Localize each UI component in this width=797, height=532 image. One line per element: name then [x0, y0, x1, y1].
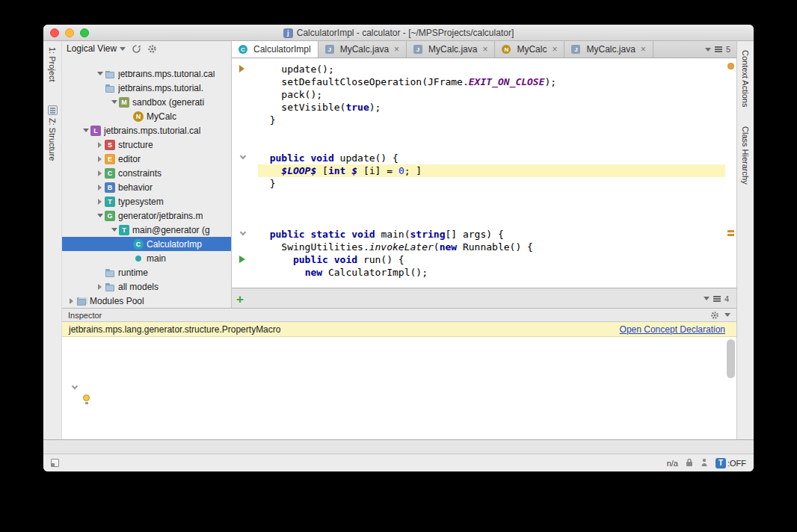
lock-icon[interactable]	[686, 458, 693, 468]
hector-icon[interactable]	[701, 458, 708, 468]
editor-scrollbar[interactable]	[725, 58, 736, 288]
inspector-editor[interactable]	[62, 337, 725, 439]
tool-stripe-button-class-hierarchy[interactable]: Class Hierarchy	[737, 126, 754, 185]
tree-item[interactable]: Msandbox (generati	[62, 95, 231, 109]
inspection-indicator-icon[interactable]	[727, 63, 734, 69]
collapse-arrow-icon[interactable]	[109, 225, 119, 235]
view-selector[interactable]: Logical View	[67, 43, 126, 54]
stripe-mark-icon[interactable]	[727, 230, 734, 232]
tool-stripe-button-project[interactable]: 1: Project	[43, 47, 61, 81]
title-bar[interactable]: j CalculatorImpl - calculator - [~/MPSPr…	[43, 25, 754, 41]
close-tab-icon[interactable]: ×	[482, 44, 487, 55]
editor-tab-bar: CCalculatorImplJMyCalc.java×JMyCalc.java…	[232, 41, 736, 58]
close-window-button[interactable]	[50, 28, 59, 37]
code-line[interactable]	[258, 215, 725, 228]
editor-tab[interactable]: JMyCalc.java×	[564, 41, 653, 58]
java-icon: J	[325, 45, 334, 54]
editor-tab[interactable]: CCalculatorImpl	[232, 41, 319, 58]
hide-panel-icon[interactable]	[724, 313, 730, 320]
code-line[interactable]: public void run() {	[258, 253, 725, 266]
tree-item[interactable]: main	[62, 251, 231, 265]
tree-item[interactable]: Ggenerator/jetbrains.m	[62, 208, 231, 223]
code-editor[interactable]: update(); setDefaultCloseOperation(JFram…	[232, 58, 736, 288]
tree-item[interactable]: jetbrains.mps.tutorial.	[62, 81, 231, 95]
code-line[interactable]: pack();	[258, 88, 725, 101]
sync-icon[interactable]	[132, 44, 141, 54]
code-line[interactable]	[258, 202, 725, 215]
editor-tab[interactable]: NMyCalc×	[495, 41, 564, 58]
expand-arrow-icon[interactable]	[95, 284, 105, 290]
add-tab-button[interactable]: +	[236, 293, 244, 306]
inspector-scrollbar[interactable]	[725, 337, 736, 439]
code-line[interactable]: setVisible(true);	[258, 101, 725, 114]
chevron-down-icon[interactable]	[705, 48, 711, 55]
code-line[interactable]	[258, 126, 725, 139]
close-tab-icon[interactable]: ×	[552, 44, 557, 55]
expand-arrow-icon[interactable]	[95, 142, 105, 148]
collapse-arrow-icon[interactable]	[81, 126, 90, 135]
tree-item[interactable]: Ttypesystem	[62, 194, 231, 208]
code-line[interactable]: $LOOP$ [int $ [i] = 0; ]	[258, 164, 725, 177]
tree-item[interactable]: CCalculatorImp	[62, 237, 231, 251]
code-line[interactable]	[258, 190, 725, 202]
chevron-down-icon[interactable]	[704, 297, 710, 303]
code-line[interactable]: setDefaultCloseOperation(JFrame.EXIT_ON_…	[258, 75, 725, 88]
expand-arrow-icon[interactable]	[95, 156, 105, 162]
code-line[interactable]: SwingUtilities.invokeLater(new Runnable(…	[258, 241, 725, 253]
fold-marker-icon[interactable]	[72, 383, 78, 389]
tool-stripe-label: 1: Project	[48, 47, 57, 81]
collapse-arrow-icon[interactable]	[95, 211, 105, 220]
collapse-arrow-icon[interactable]	[95, 71, 105, 78]
scrollbar-thumb[interactable]	[727, 339, 735, 378]
expand-arrow-icon[interactable]	[95, 199, 105, 205]
tree-item-label: main@generator (g	[132, 225, 210, 235]
tree-item[interactable]: Bbehavior	[62, 180, 231, 194]
code-text	[258, 152, 270, 164]
intention-bulb-icon[interactable]	[83, 395, 90, 401]
collapse-arrow-icon[interactable]	[109, 97, 119, 107]
trace-arrow-icon	[239, 256, 249, 263]
generator-icon: G	[105, 211, 115, 221]
tree-item[interactable]: Modules Pool	[62, 294, 231, 308]
folder-icon	[105, 83, 115, 93]
tree-item[interactable]: Sstructure	[62, 137, 231, 152]
minimize-window-button[interactable]	[65, 28, 74, 37]
editor-tab[interactable]: JMyCalc.java×	[319, 41, 407, 58]
toggle-stripes-icon[interactable]	[51, 459, 59, 467]
tree-item[interactable]: Tmain@generator (g	[62, 223, 231, 237]
tab-list-icon[interactable]	[713, 296, 721, 297]
editor-tab[interactable]: JMyCalc.java×	[407, 41, 495, 58]
expand-arrow-icon[interactable]	[95, 170, 105, 176]
transient-models-toggle[interactable]: T :OFF	[716, 458, 746, 468]
tree-item[interactable]: Cconstraints	[62, 166, 231, 180]
tree-item[interactable]: Ljetbrains.mps.tutorial.cal	[62, 123, 231, 137]
tree-item[interactable]: runtime	[62, 265, 231, 279]
code-text	[258, 267, 305, 278]
tree-item[interactable]: NMyCalc	[62, 109, 231, 123]
expand-arrow-icon[interactable]	[67, 298, 76, 304]
zoom-window-button[interactable]	[80, 28, 89, 37]
settings-gear-icon[interactable]	[147, 44, 157, 54]
stripe-mark-icon[interactable]	[727, 234, 734, 236]
close-tab-icon[interactable]: ×	[641, 44, 646, 55]
open-concept-declaration-link[interactable]: Open Concept Declaration	[620, 324, 725, 335]
tool-stripe-button-structure[interactable]: Z: Structure	[43, 105, 61, 161]
tree-item[interactable]: Eeditor	[62, 152, 231, 166]
close-tab-icon[interactable]: ×	[394, 44, 399, 55]
code-text: }	[258, 114, 275, 126]
settings-gear-icon[interactable]	[710, 311, 719, 320]
expand-arrow-icon[interactable]	[95, 185, 105, 191]
tab-list-icon[interactable]	[715, 46, 722, 48]
code-line[interactable]	[258, 139, 725, 152]
code-line[interactable]: }	[258, 177, 725, 190]
tree-item[interactable]: all models	[62, 279, 231, 294]
class-icon: C	[133, 239, 144, 250]
code-line[interactable]: update();	[258, 63, 725, 75]
code-line[interactable]: new CalculatorImpl();	[258, 266, 725, 279]
code-line[interactable]: public void update() {	[258, 152, 725, 164]
code-line[interactable]: }	[258, 114, 725, 126]
tree-item-label: structure	[118, 140, 153, 150]
code-line[interactable]: public static void main(string[] args) {	[258, 228, 725, 241]
tree-item[interactable]: jetbrains.mps.tutorial.cal	[62, 71, 231, 81]
tool-stripe-button-context-actions[interactable]: Context Actions	[737, 50, 754, 107]
